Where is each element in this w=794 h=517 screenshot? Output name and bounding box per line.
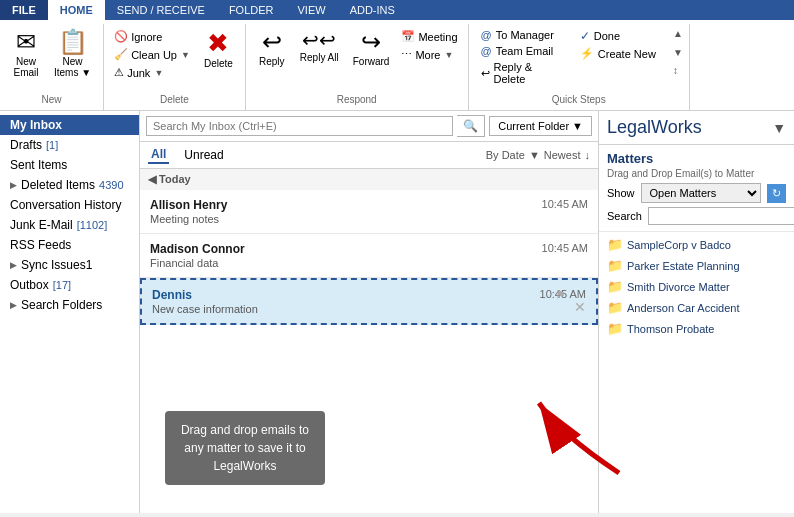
date-section-header: ◀ Today <box>140 169 598 190</box>
more-icon: ⋯ <box>401 48 412 61</box>
legalworks-title: LegalWorks <box>607 117 702 138</box>
forward-label: Forward <box>353 56 390 67</box>
delete-small-group: 🚫 Ignore 🧹 Clean Up ▼ ⚠ Junk ▼ <box>110 26 194 81</box>
matters-list: 📁 SampleCorp v Badco 📁 Parker Estate Pla… <box>599 232 794 375</box>
ribbon-group-respond: ↩ Reply ↩↩ Reply All ↪ Forward 📅 Meeting <box>246 24 469 110</box>
new-email-button[interactable]: ✉ New Email <box>6 26 46 82</box>
sidebar-item-search-folders[interactable]: ▶ Search Folders <box>0 295 139 315</box>
matter-item-1[interactable]: 📁 Parker Estate Planning <box>599 255 794 276</box>
junk-button[interactable]: ⚠ Junk ▼ <box>110 64 194 81</box>
sidebar-item-rss[interactable]: RSS Feeds <box>0 235 139 255</box>
tab-home[interactable]: HOME <box>48 0 105 20</box>
quickstep-team-email[interactable]: @ Team Email <box>475 44 568 58</box>
delete-label: Delete <box>204 58 233 69</box>
quickstep-done[interactable]: ✓ Done <box>574 28 667 44</box>
qs-up-arrow[interactable]: ▲ <box>673 28 683 39</box>
quickstep-create-new[interactable]: ⚡ Create New <box>574 46 667 61</box>
current-folder-button[interactable]: Current Folder ▼ <box>489 116 592 136</box>
tab-send-receive[interactable]: SEND / RECEIVE <box>105 0 217 20</box>
meeting-button[interactable]: 📅 Meeting <box>397 28 461 45</box>
legalworks-header: LegalWorks ▼ <box>599 111 794 145</box>
matter-name-4: Thomson Probate <box>627 323 714 335</box>
new-items-label: NewItems ▼ <box>54 56 91 78</box>
new-items-icon: 📋 <box>58 30 88 54</box>
delete-group-label: Delete <box>160 92 189 108</box>
team-email-label: Team Email <box>496 45 553 57</box>
email-item-2[interactable]: Dennis New case information 10:45 AM ⚑ ✕ <box>140 278 598 325</box>
email-item-1[interactable]: Madison Connor Financial data 10:45 AM <box>140 234 598 278</box>
arrow-tooltip-container <box>599 375 794 514</box>
qs-expand-arrow[interactable]: ↕ <box>673 65 683 76</box>
tab-view[interactable]: VIEW <box>286 0 338 20</box>
ignore-label: Ignore <box>131 31 162 43</box>
sort-by-label[interactable]: By Date <box>486 149 525 161</box>
matter-name-0: SampleCorp v Badco <box>627 239 731 251</box>
email-item-0[interactable]: Allison Henry Meeting notes 10:45 AM <box>140 190 598 234</box>
quicksteps-arrows: ▲ ▼ ↕ <box>673 28 683 92</box>
my-inbox-label: My Inbox <box>10 118 62 132</box>
deleted-label: Deleted Items <box>21 178 95 192</box>
sidebar-item-my-inbox[interactable]: My Inbox <box>0 115 139 135</box>
filter-unread[interactable]: Unread <box>181 147 226 163</box>
sidebar-item-outbox[interactable]: Outbox [17] <box>0 275 139 295</box>
forward-button[interactable]: ↪ Forward <box>347 26 396 71</box>
tab-add-ins[interactable]: ADD-INS <box>338 0 407 20</box>
filter-all[interactable]: All <box>148 146 169 164</box>
matters-show-select[interactable]: Open Matters <box>641 183 761 203</box>
matter-item-2[interactable]: 📁 Smith Divorce Matter <box>599 276 794 297</box>
ribbon-group-quicksteps: @ To Manager @ Team Email ↩ Reply & Dele… <box>469 24 690 110</box>
respond-group-label: Respond <box>337 92 377 108</box>
matter-item-0[interactable]: 📁 SampleCorp v Badco <box>599 234 794 255</box>
meeting-more-group: 📅 Meeting ⋯ More ▼ <box>397 26 461 63</box>
sidebar-item-conversation[interactable]: Conversation History <box>0 195 139 215</box>
outbox-label: Outbox <box>10 278 49 292</box>
matter-item-4[interactable]: 📁 Thomson Probate <box>599 318 794 339</box>
reply-all-button[interactable]: ↩↩ Reply All <box>294 26 345 67</box>
cleanup-dropdown-icon: ▼ <box>181 50 190 60</box>
ignore-button[interactable]: 🚫 Ignore <box>110 28 194 45</box>
sidebar-item-drafts[interactable]: Drafts [1] <box>0 135 139 155</box>
sort-order-label[interactable]: Newest <box>544 149 581 161</box>
junk-icon: ⚠ <box>114 66 124 79</box>
deleted-expand-icon: ▶ <box>10 180 17 190</box>
cleanup-icon: 🧹 <box>114 48 128 61</box>
sidebar: My Inbox Drafts [1] Sent Items ▶ Deleted… <box>0 111 140 513</box>
new-email-label: New Email <box>13 56 38 78</box>
create-new-label: Create New <box>598 48 656 60</box>
legalworks-dropdown-button[interactable]: ▼ <box>772 120 786 136</box>
tab-file[interactable]: FILE <box>0 0 48 20</box>
sidebar-item-deleted[interactable]: ▶ Deleted Items 4390 <box>0 175 139 195</box>
reply-button[interactable]: ↩ Reply <box>252 26 292 71</box>
new-items-button[interactable]: 📋 NewItems ▼ <box>48 26 97 82</box>
ribbon-content: ✉ New Email 📋 NewItems ▼ New 🚫 Ignore <box>0 20 794 110</box>
search-input[interactable] <box>146 116 453 136</box>
quickstep-reply-delete[interactable]: ↩ Reply & Delete <box>475 60 568 86</box>
more-label: More <box>415 49 440 61</box>
sidebar-item-sent[interactable]: Sent Items <box>0 155 139 175</box>
ribbon-group-new: ✉ New Email 📋 NewItems ▼ New <box>0 24 104 110</box>
legalworks-search-input[interactable] <box>648 207 794 225</box>
junk-label: Junk <box>127 67 150 79</box>
more-button[interactable]: ⋯ More ▼ <box>397 46 461 63</box>
junk-badge: [1102] <box>77 219 108 231</box>
search-folders-expand-icon: ▶ <box>10 300 17 310</box>
new-buttons: ✉ New Email 📋 NewItems ▼ <box>6 26 97 92</box>
sent-label: Sent Items <box>10 158 67 172</box>
delete-button[interactable]: ✖ Delete <box>198 26 239 73</box>
team-email-icon: @ <box>481 45 492 57</box>
cleanup-button[interactable]: 🧹 Clean Up ▼ <box>110 46 194 63</box>
quickstep-to-manager[interactable]: @ To Manager <box>475 28 568 42</box>
refresh-button[interactable]: ↻ <box>767 184 786 203</box>
email-subject-0: Meeting notes <box>150 213 588 225</box>
reply-label: Reply <box>259 56 285 67</box>
search-button[interactable]: 🔍 <box>457 115 485 137</box>
tab-folder[interactable]: FOLDER <box>217 0 286 20</box>
email-sender-2: Dennis <box>152 288 586 302</box>
matters-subtitle: Drag and Drop Email(s) to Matter <box>607 168 786 179</box>
sidebar-item-sync[interactable]: ▶ Sync Issues1 <box>0 255 139 275</box>
sidebar-item-junk[interactable]: Junk E-Mail [1102] <box>0 215 139 235</box>
email-delete-icon[interactable]: ✕ <box>574 299 586 315</box>
qs-down-arrow[interactable]: ▼ <box>673 47 683 58</box>
matter-item-3[interactable]: 📁 Anderson Car Accident <box>599 297 794 318</box>
matter-name-2: Smith Divorce Matter <box>627 281 730 293</box>
